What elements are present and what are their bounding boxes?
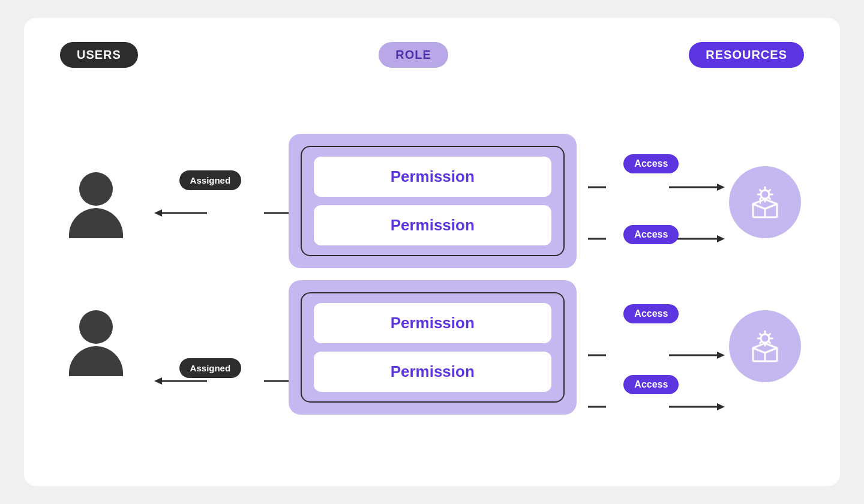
- svg-line-34: [769, 341, 770, 343]
- access-badge-1: Access: [623, 154, 679, 173]
- user-2-head: [79, 310, 113, 344]
- access-badge-4: Access: [623, 375, 679, 394]
- svg-line-25: [769, 190, 770, 191]
- header-row: USERS ROLE RESOURCES: [60, 42, 804, 68]
- resource-icon-2: [744, 325, 786, 367]
- permission-label-1: Permission: [391, 167, 475, 186]
- user-2-icon: [69, 310, 123, 376]
- resources-column: [726, 166, 804, 382]
- permission-box-3: Permission: [314, 303, 551, 343]
- svg-line-35: [769, 334, 770, 335]
- svg-line-23: [760, 190, 762, 191]
- resources-header-label: RESOURCES: [689, 42, 804, 68]
- role-card-1-inner: Permission Permission: [301, 146, 565, 256]
- user-1-body: [69, 208, 123, 238]
- user-1-icon: [69, 172, 123, 238]
- users-column: [60, 172, 132, 376]
- resource-circle-2: [729, 310, 801, 382]
- role-header-label: ROLE: [379, 42, 448, 68]
- permission-label-4: Permission: [391, 362, 475, 381]
- user-2-body: [69, 346, 123, 376]
- svg-line-36: [760, 341, 762, 343]
- diagram-container: USERS ROLE RESOURCES: [24, 18, 840, 486]
- permission-label-3: Permission: [391, 314, 475, 332]
- svg-line-26: [760, 197, 762, 199]
- resource-circle-1: [729, 166, 801, 238]
- permission-label-2: Permission: [391, 216, 475, 235]
- permission-box-1: Permission: [314, 157, 551, 197]
- role-card-1: Permission Permission: [289, 134, 577, 268]
- role-card-2: Permission Permission: [289, 280, 577, 415]
- permission-box-4: Permission: [314, 352, 551, 392]
- svg-line-24: [769, 197, 770, 199]
- assigned-badge-2: Assigned: [179, 358, 242, 378]
- access-badge-2: Access: [623, 225, 679, 244]
- user-1-head: [79, 172, 113, 206]
- resource-icon-1: [744, 181, 786, 223]
- role-column: Permission Permission Permission Permiss…: [289, 134, 577, 415]
- svg-line-33: [760, 334, 762, 335]
- role-card-2-inner: Permission Permission: [301, 292, 565, 403]
- access-badge-3: Access: [623, 304, 679, 323]
- permission-box-2: Permission: [314, 205, 551, 245]
- users-header-label: USERS: [60, 42, 138, 68]
- assigned-badge-1: Assigned: [179, 170, 242, 190]
